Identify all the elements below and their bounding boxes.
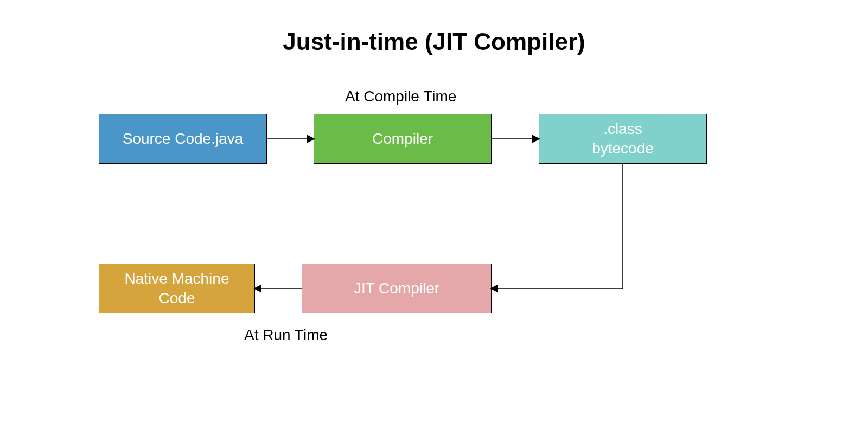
box-compiler: Compiler bbox=[314, 114, 492, 164]
run-time-label: At Run Time bbox=[244, 327, 328, 344]
connectors-svg bbox=[0, 0, 868, 448]
box-bytecode: .classbytecode bbox=[539, 114, 707, 164]
box-source-code: Source Code.java bbox=[99, 114, 267, 164]
diagram-title: Just-in-time (JIT Compiler) bbox=[0, 28, 868, 55]
box-jit-compiler: JIT Compiler bbox=[302, 264, 492, 313]
compile-time-label: At Compile Time bbox=[345, 88, 456, 105]
box-native-machine-code: Native MachineCode bbox=[99, 264, 255, 313]
